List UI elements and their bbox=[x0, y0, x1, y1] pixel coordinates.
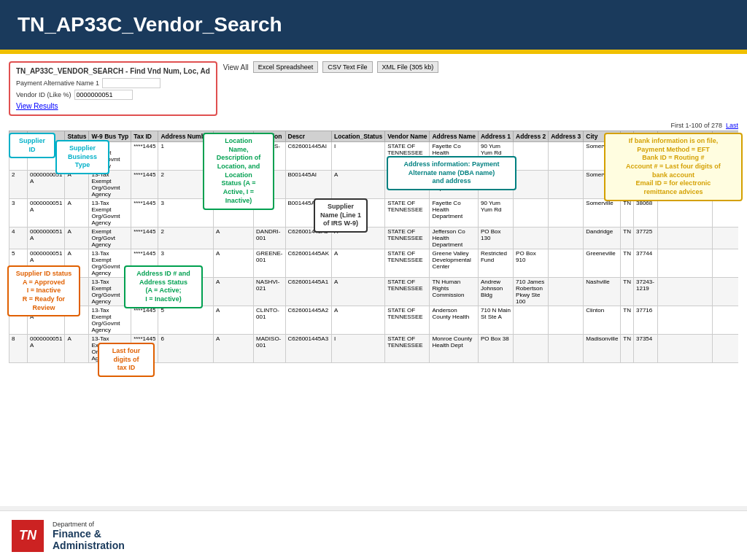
table-cell bbox=[712, 249, 738, 278]
callout-address-info: Address information: PaymentAlternate na… bbox=[387, 156, 516, 190]
table-cell: STATE OF TENNESSEE bbox=[385, 228, 430, 249]
table-cell: 4 bbox=[9, 228, 28, 249]
table-cell bbox=[712, 278, 738, 306]
col-descr: Descr bbox=[285, 131, 332, 142]
table-cell: A bbox=[332, 171, 385, 199]
col-addr1: Address 1 bbox=[478, 131, 513, 142]
callout-last-four-text: Last fourdigits oftax ID bbox=[112, 347, 141, 371]
table-cell: A bbox=[213, 278, 253, 306]
pagination-text: First 1-100 of 278 bbox=[670, 122, 722, 129]
payment-alt-name-input[interactable] bbox=[102, 78, 160, 88]
table-cell: Monroe County Health Dept bbox=[430, 335, 479, 363]
table-cell: ****1445 bbox=[131, 306, 158, 335]
table-cell: TN bbox=[621, 249, 634, 278]
table-cell: Jefferson Co Health Department bbox=[430, 228, 479, 249]
table-cell: Clinton bbox=[584, 306, 621, 335]
main-content: TN_AP33C_VENDOR_SEARCH - Find Vnd Num, L… bbox=[0, 54, 747, 506]
callout-supplier-name-text: SupplierName (Line 1of IRS W-9) bbox=[320, 203, 361, 227]
table-cell: 37716 bbox=[634, 306, 658, 335]
callout-address-id: Address ID # andAddress Status(A = Activ… bbox=[124, 265, 203, 308]
table-cell bbox=[549, 142, 584, 171]
field2-label: Vendor ID (Like %) bbox=[16, 91, 71, 98]
footer-logo: TN bbox=[12, 520, 44, 552]
table-cell: A bbox=[213, 249, 253, 278]
table-cell: Exempt Org/Govt Agency bbox=[89, 228, 131, 249]
table-cell: I bbox=[332, 335, 385, 363]
excel-btn[interactable]: Excel Spreadsheet bbox=[253, 61, 319, 73]
table-cell: C626001445A3 bbox=[285, 335, 332, 363]
table-row: 50000000051 AA13-Tax Exempt Org/Govmt Ag… bbox=[9, 249, 739, 278]
table-cell: TN bbox=[621, 335, 634, 363]
table-cell: NASHVI-021 bbox=[254, 278, 285, 306]
col-taxid: Tax ID bbox=[131, 131, 158, 142]
table-cell: A bbox=[332, 278, 385, 306]
view-results-link[interactable]: View Results bbox=[16, 102, 58, 110]
table-cell: C626001445A1 bbox=[285, 278, 332, 306]
table-cell: STATE OF TENNESSEE bbox=[385, 249, 430, 278]
table-cell bbox=[514, 228, 549, 249]
callout-supplier-status-text: Supplier ID statusA = ApprovedI = Inacti… bbox=[16, 270, 72, 311]
table-cell: 6 bbox=[158, 335, 214, 363]
table-cell: 3 bbox=[9, 199, 28, 228]
footer-dept-line3: Administration bbox=[53, 540, 125, 551]
callout-bank-info: If bank information is on file,Payment M… bbox=[604, 133, 743, 201]
table-cell: 37243-1219 bbox=[634, 278, 658, 306]
table-cell: A bbox=[332, 249, 385, 278]
table-cell: Somerville bbox=[584, 199, 621, 228]
callout-address-info-text: Address information: PaymentAlternate na… bbox=[403, 160, 499, 184]
table-cell: Anderson County Health bbox=[430, 306, 479, 335]
table-cell: 38068 bbox=[634, 199, 658, 228]
callout-supplier-id: SupplierID bbox=[9, 133, 55, 158]
table-cell bbox=[549, 171, 584, 199]
callout-business-type-text: SupplierBusiness Type bbox=[68, 144, 97, 168]
callout-business-type: SupplierBusiness Type bbox=[55, 140, 109, 174]
col-addr2: Address 2 bbox=[514, 131, 549, 142]
table-cell bbox=[549, 249, 584, 278]
table-cell bbox=[712, 228, 738, 249]
table-cell bbox=[712, 306, 738, 335]
toolbar: View All Excel Spreadsheet CSV Text File… bbox=[223, 61, 738, 73]
table-cell: 710 James Robertson Pkwy Ste 100 bbox=[514, 278, 549, 306]
table-cell: ****1445 bbox=[131, 228, 158, 249]
table-cell: 2 bbox=[158, 228, 214, 249]
table-cell: B001445AI bbox=[285, 171, 332, 199]
view-all-label: View All bbox=[223, 63, 249, 71]
table-cell: C626001445AK bbox=[285, 249, 332, 278]
callout-last-four: Last fourdigits oftax ID bbox=[98, 343, 155, 377]
table-cell: 710 N Main St Ste A bbox=[478, 306, 513, 335]
callout-supplier-status: Supplier ID statusA = ApprovedI = Inacti… bbox=[7, 265, 80, 316]
table-cell: I bbox=[332, 142, 385, 171]
col-vendor-name: Vendor Name bbox=[385, 131, 430, 142]
table-cell: 0000000051 A bbox=[27, 199, 65, 228]
csv-btn[interactable]: CSV Text File bbox=[322, 61, 372, 73]
table-cell: Nashville bbox=[584, 278, 621, 306]
table-cell: MADISO-001 bbox=[254, 335, 285, 363]
table-cell: 37725 bbox=[634, 228, 658, 249]
table-cell: 0000000051 A bbox=[27, 228, 65, 249]
table-cell bbox=[514, 142, 549, 171]
table-cell bbox=[549, 228, 584, 249]
form-title: TN_AP33C_VENDOR_SEARCH - Find Vnd Num, L… bbox=[16, 67, 210, 75]
vendor-id-input[interactable] bbox=[74, 90, 133, 100]
table-cell: 13-Tax Exempt Org/Govmt Agency bbox=[89, 171, 131, 199]
table-cell bbox=[514, 171, 549, 199]
table-cell: A bbox=[65, 335, 89, 363]
last-link[interactable]: Last bbox=[726, 122, 738, 129]
table-cell: A bbox=[65, 199, 89, 228]
table-cell: ****1445 bbox=[131, 142, 158, 171]
table-cell bbox=[712, 335, 738, 363]
table-cell bbox=[657, 306, 712, 335]
table-cell: TN bbox=[621, 278, 634, 306]
table-cell: 5 bbox=[158, 306, 214, 335]
table-cell: Madisonville bbox=[584, 335, 621, 363]
table-cell bbox=[657, 335, 712, 363]
table-cell: PO Box 130 bbox=[478, 228, 513, 249]
table-cell: C626001445AI bbox=[285, 142, 332, 171]
table-cell: 13-Tax Exempt Org/Govmt Agency bbox=[89, 306, 131, 335]
table-cell bbox=[514, 199, 549, 228]
table-cell bbox=[514, 335, 549, 363]
table-cell: PO Box 910 bbox=[514, 249, 549, 278]
xml-btn[interactable]: XML File (305 kb) bbox=[377, 61, 439, 73]
table-cell: DANDRI-001 bbox=[254, 228, 285, 249]
footer-logo-text: TN bbox=[19, 528, 36, 543]
